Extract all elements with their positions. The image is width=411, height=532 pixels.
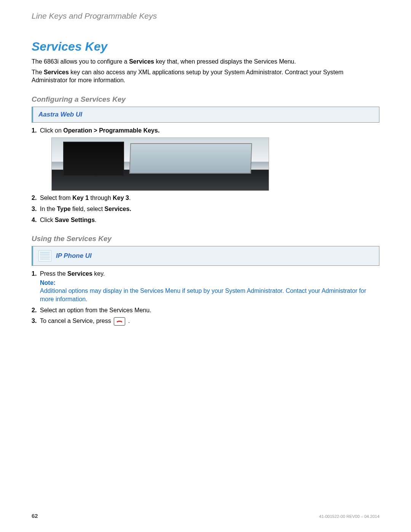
page-footer: 62 41-001522-00 REV00 – 04.2014 [32,513,379,519]
note-block: Note: Additional options may display in … [40,279,379,304]
using-title: Using the Services Key [32,235,379,243]
text-bold: Type [57,206,70,212]
step-3: 3. In the Type field, select Services. [32,205,379,213]
note-text: Additional options may display in the Se… [40,288,366,302]
text-bold: Services [129,58,154,65]
text: To cancel a Service, press [40,318,113,324]
step-1: 1. Press the Services key. Note: Additio… [32,270,379,303]
running-header: Line Keys and Programmable Keys [32,11,379,21]
page-number: 62 [32,513,38,519]
text: Press the [40,270,67,277]
note-label: Note: [40,280,56,286]
step-number: 2. [32,306,37,315]
text-bold: Services [44,69,69,75]
ip-phone-ui-banner-label: IP Phone UI [56,252,92,260]
text-bold: Key 3 [113,195,129,201]
using-steps: 1. Press the Services key. Note: Additio… [32,270,379,326]
text: key can also access any XML applications… [32,69,343,84]
configuring-title: Configuring a Services Key [32,95,379,104]
text-bold: Save Settings [55,217,95,223]
document-id: 41-001522-00 REV00 – 04.2014 [319,514,379,519]
programmable-keys-screenshot [51,137,269,191]
ip-phone-ui-banner: IP Phone UI [32,246,379,266]
text: key. [92,270,105,277]
text: . [95,217,96,223]
text: key that, when pressed displays the Serv… [154,58,296,65]
step-2: 2. Select an option from the Services Me… [32,306,379,315]
text: Select from [40,195,72,201]
ip-phone-icon [38,250,51,262]
web-ui-banner: Aastra Web UI [32,107,379,123]
hangup-key-icon [114,317,125,326]
section-title: Services Key [32,40,379,54]
text: The [32,69,44,75]
text: field, select [71,206,105,212]
text: In the [40,206,57,212]
text: Click [40,217,55,223]
text-bold: Services. [105,206,131,212]
configuring-steps: 1. Click on Operation > Programmable Key… [32,126,379,224]
text: through [89,195,113,201]
text-bold: Key 1 [72,195,89,201]
step-number: 3. [32,317,37,325]
intro-paragraph-2: The Services key can also access any XML… [32,68,379,85]
step-2: 2. Select from Key 1 through Key 3. [32,194,379,202]
step-number: 1. [32,126,37,135]
text-bold: Services [67,270,92,277]
step-number: 3. [32,205,37,213]
text: The 6863i allows you to configure a [32,58,129,65]
step-number: 4. [32,216,37,224]
text: Select an option from the Services Menu. [40,307,151,313]
step-number: 2. [32,194,37,202]
text: . [128,318,130,324]
text: Click on [40,127,63,134]
step-4: 4. Click Save Settings. [32,216,379,224]
intro-paragraph-1: The 6863i allows you to configure a Serv… [32,58,379,66]
text: . [129,195,131,201]
step-3: 3. To cancel a Service, press . [32,317,379,326]
text-bold: Operation > Programmable Keys. [63,127,159,134]
step-1: 1. Click on Operation > Programmable Key… [32,126,379,191]
step-number: 1. [32,270,37,278]
web-ui-banner-label: Aastra Web UI [38,111,82,118]
